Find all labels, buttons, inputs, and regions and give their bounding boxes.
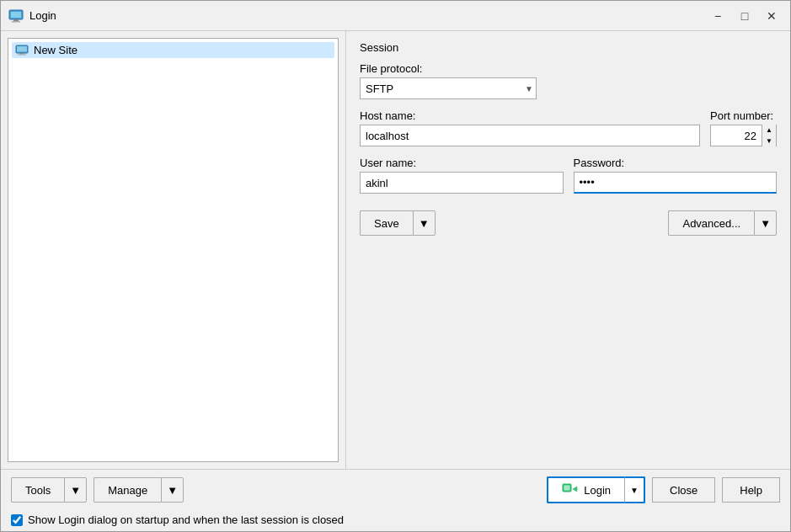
new-site-label: New Site	[34, 44, 77, 56]
host-name-label: Host name:	[360, 109, 700, 122]
svg-rect-3	[12, 21, 20, 23]
file-protocol-label: File protocol:	[360, 62, 777, 75]
svg-rect-1	[11, 12, 21, 18]
session-buttons-row: Save ▼ Advanced... ▼	[360, 210, 777, 236]
svg-rect-2	[13, 19, 19, 21]
host-name-group: Host name:	[360, 109, 700, 146]
host-port-row: Host name: Port number: ▲ ▼	[360, 109, 777, 146]
tools-button-group: Tools ▼	[11, 477, 87, 503]
window-controls: − □ ✕	[706, 6, 783, 26]
login-label: Login	[584, 484, 611, 497]
credentials-row: User name: Password:	[360, 157, 777, 194]
site-tree[interactable]: New Site	[8, 38, 339, 462]
host-name-input[interactable]	[360, 125, 700, 146]
minimize-button[interactable]: −	[706, 6, 730, 26]
tools-dropdown-button[interactable]: ▼	[64, 477, 87, 503]
new-site-item[interactable]: New Site	[12, 42, 334, 58]
user-name-group: User name:	[360, 157, 564, 194]
bottom-left-buttons: Tools ▼ Manage ▼	[11, 477, 184, 503]
show-login-label: Show Login dialog on startup and when th…	[28, 513, 344, 526]
user-name-label: User name:	[360, 157, 564, 169]
manage-dropdown-button[interactable]: ▼	[161, 477, 184, 503]
svg-marker-10	[573, 487, 577, 492]
show-login-checkbox[interactable]	[11, 514, 23, 526]
port-number-group: Port number: ▲ ▼	[710, 109, 777, 146]
port-number-input[interactable]	[711, 125, 762, 146]
close-button[interactable]: Close	[652, 477, 715, 503]
port-spin-down[interactable]: ▼	[762, 136, 776, 146]
left-panel: New Site	[1, 31, 346, 469]
svg-rect-7	[18, 54, 26, 55]
checkbox-row: Show Login dialog on startup and when th…	[1, 510, 790, 531]
save-button-group: Save ▼	[360, 210, 436, 236]
maximize-button[interactable]: □	[733, 6, 756, 26]
port-spin-up[interactable]: ▲	[762, 125, 776, 136]
svg-rect-6	[20, 53, 24, 55]
login-button[interactable]: Login	[547, 476, 624, 503]
advanced-dropdown-button[interactable]: ▼	[754, 210, 777, 236]
session-label: Session	[360, 41, 777, 54]
port-spin-buttons: ▲ ▼	[762, 125, 776, 146]
bottom-right-buttons: Login ▼ Close Help	[547, 476, 780, 503]
manage-button[interactable]: Manage	[94, 477, 161, 503]
password-group: Password:	[574, 157, 778, 194]
password-label: Password:	[574, 157, 778, 169]
title-bar: Login − □ ✕	[1, 1, 790, 31]
file-protocol-group: File protocol: SFTP FTP SCP WebDAV S3 ▼	[360, 62, 777, 99]
main-content: New Site Session File protocol: SFTP FTP…	[1, 31, 790, 469]
right-panel: Session File protocol: SFTP FTP SCP WebD…	[346, 31, 790, 469]
advanced-button-group: Advanced... ▼	[668, 210, 777, 236]
svg-rect-5	[17, 46, 27, 52]
save-dropdown-button[interactable]: ▼	[413, 210, 436, 236]
port-wrapper: ▲ ▼	[710, 125, 777, 146]
user-name-input[interactable]	[360, 172, 564, 194]
login-dropdown-button[interactable]: ▼	[624, 476, 645, 503]
save-button[interactable]: Save	[360, 210, 413, 236]
login-icon	[562, 482, 579, 498]
help-button[interactable]: Help	[722, 477, 780, 503]
login-button-group: Login ▼	[547, 476, 645, 503]
bottom-bar: Tools ▼ Manage ▼ Login	[1, 469, 790, 510]
password-input[interactable]	[574, 172, 778, 194]
file-protocol-select[interactable]: SFTP FTP SCP WebDAV S3	[360, 77, 537, 99]
advanced-button[interactable]: Advanced...	[668, 210, 754, 236]
port-number-label: Port number:	[710, 109, 777, 122]
login-window: Login − □ ✕ New Si	[0, 0, 791, 532]
manage-button-group: Manage ▼	[94, 477, 184, 503]
tools-button[interactable]: Tools	[11, 477, 64, 503]
site-computer-icon	[15, 45, 30, 56]
close-window-button[interactable]: ✕	[760, 6, 783, 26]
window-icon	[8, 8, 24, 24]
file-protocol-select-wrapper: SFTP FTP SCP WebDAV S3 ▼	[360, 77, 537, 99]
svg-rect-9	[564, 485, 570, 490]
window-title: Login	[29, 9, 706, 22]
